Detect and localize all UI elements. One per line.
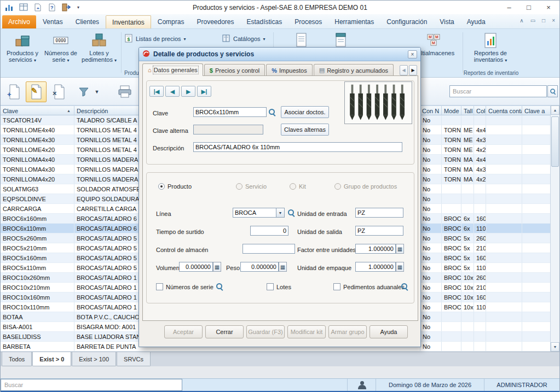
asociar-doctos-button[interactable]: Asociar doctos. — [281, 106, 329, 118]
ribbon-tab-proveedores[interactable]: Proveedores — [190, 15, 240, 28]
delete-record-button[interactable]: × — [49, 81, 70, 102]
pedimentos-search-icon[interactable] — [400, 282, 409, 291]
volumen-field[interactable]: 0.000000 — [179, 262, 213, 272]
serial-numbers-button[interactable]: 0000 Números de serie ▾ — [42, 31, 79, 72]
inventory-capture-icon[interactable] — [334, 32, 348, 49]
exit-icon[interactable] — [61, 2, 72, 12]
modificar-kit-button[interactable]: Modificar kit — [287, 325, 326, 338]
radio-grupo-de-productos[interactable]: Grupo de productos — [334, 183, 397, 190]
cerrar-button[interactable]: Cerrar — [205, 325, 244, 338]
collapse-ribbon-icon[interactable]: ∧ — [519, 17, 523, 24]
next-record-button[interactable]: ▶ — [181, 86, 195, 97]
mdi-restore-icon[interactable]: □ — [542, 17, 545, 24]
price-lists-button[interactable]: $ Listas de precios ▾ — [124, 33, 186, 44]
filter-tab[interactable]: Exist > 0 — [32, 352, 71, 366]
numeros-serie-checkbox[interactable] — [156, 283, 163, 290]
clave-search-icon[interactable] — [268, 108, 277, 117]
dialog-title-bar[interactable]: Detalle de productos y servicios × — [139, 48, 420, 61]
factor-calculator-icon[interactable]: ▦ — [396, 244, 404, 254]
column-header-talla[interactable]: Tall — [461, 106, 474, 115]
scroll-down-icon[interactable]: ▼ — [551, 342, 559, 352]
numeros-serie-search-icon[interactable] — [215, 282, 224, 291]
tab-datos-generales[interactable]: ⌂Datos generales — [142, 63, 203, 76]
ribbon-tab-ayuda[interactable]: Ayuda — [461, 15, 492, 28]
guardar-f3-button[interactable]: Guardar (F3) — [246, 325, 285, 338]
pedimentos-checkbox[interactable] — [333, 283, 340, 290]
filter-tab[interactable]: Exist > 100 — [72, 352, 116, 366]
tab-scroll-left-button[interactable]: ◀ — [400, 65, 408, 75]
tab-precios-y-control[interactable]: $Precios y control — [204, 64, 265, 76]
mdi-close-icon[interactable]: × — [552, 17, 555, 24]
tab-registro-y-acumulados[interactable]: ▤Registro y acumulados — [314, 64, 394, 76]
aceptar-button[interactable]: Aceptar — [164, 325, 203, 338]
inventory-document-icon[interactable] — [295, 32, 308, 49]
status-search-input[interactable] — [1, 379, 182, 391]
tab-scroll-right-button[interactable]: ▶ — [409, 65, 417, 75]
peso-field[interactable]: 0.000000 — [240, 262, 279, 272]
unidad-entrada-field[interactable]: PZ — [355, 208, 403, 218]
close-button[interactable]: × — [539, 1, 558, 14]
products-services-button[interactable]: Productos y servicios ▾ — [4, 31, 41, 72]
last-record-button[interactable]: ▶| — [197, 86, 211, 97]
volumen-calculator-icon[interactable]: ▦ — [213, 262, 221, 272]
ribbon-tab-inventarios[interactable]: Inventarios — [106, 15, 151, 28]
search-button[interactable] — [547, 85, 558, 97]
clave-field[interactable]: BROC6x110mm — [193, 107, 267, 117]
tab-impuestos[interactable]: %Impuestos — [266, 64, 313, 76]
ribbon-tab-compras[interactable]: Compras — [152, 15, 190, 28]
unidad-empaque-field[interactable]: 1.000000 — [355, 262, 396, 272]
help-icon[interactable]: ? — [47, 2, 57, 12]
column-header-clave-alterna[interactable]: Clave a — [522, 106, 551, 115]
clave-alterna-field[interactable] — [193, 125, 263, 134]
ribbon-tab-configuracion[interactable]: Configuración — [380, 15, 433, 28]
linea-search-icon[interactable] — [287, 208, 296, 218]
ribbon-tab-procesos[interactable]: Procesos — [288, 15, 328, 28]
print-button[interactable] — [114, 81, 135, 102]
quick-access-dropdown-icon[interactable]: ▾ — [75, 5, 79, 10]
radio-kit[interactable]: Kit — [290, 183, 306, 190]
factor-unidades-field[interactable]: 1.000000 — [355, 244, 396, 254]
minimize-button[interactable]: – — [499, 1, 519, 14]
radio-servicio[interactable]: Servicio — [236, 183, 267, 190]
new-document-icon[interactable]: + — [32, 2, 43, 12]
mdi-minimize-icon[interactable]: ▭ — [530, 17, 535, 24]
descripcion-field[interactable]: BROCAS/TALADRO 6x 110mm — [193, 142, 402, 152]
column-header-color[interactable]: Colo — [474, 106, 486, 115]
control-almacen-field[interactable] — [243, 244, 295, 254]
claves-alternas-button[interactable]: Claves alternas — [281, 124, 329, 136]
tiempo-surtido-field[interactable]: 0 — [250, 226, 288, 236]
linea-field[interactable]: BROCA — [233, 208, 276, 218]
filter-button[interactable] — [76, 81, 91, 102]
new-record-button[interactable]: + — [4, 81, 25, 102]
column-header-cuenta-contable[interactable]: Cuenta conta — [486, 106, 522, 115]
maximize-button[interactable]: □ — [519, 1, 539, 14]
scrollbar-thumb[interactable] — [551, 116, 559, 167]
edit-record-button[interactable]: ✎ — [26, 81, 47, 102]
scroll-up-icon[interactable]: ▲ — [551, 106, 559, 115]
inventory-reports-button[interactable]: Reportes de inventarios ▾ — [467, 31, 514, 72]
ribbon-tab-herramientas[interactable]: Herramientas — [328, 15, 380, 28]
ribbon-tab-archivo[interactable]: Archivo — [2, 15, 36, 28]
ribbon-tab-clientes[interactable]: Clientes — [70, 15, 105, 28]
column-header-modelo[interactable]: Mode — [442, 106, 461, 115]
filter-tab[interactable]: SRVCs — [117, 352, 151, 366]
dialog-close-icon[interactable]: × — [408, 50, 417, 58]
lots-button[interactable]: Lotes y pedimentos ▾ — [80, 31, 118, 72]
filter-tab[interactable]: Todos — [2, 352, 32, 366]
column-header-con-numeros[interactable]: Con N — [420, 106, 442, 115]
linea-dropdown-icon[interactable]: ▼ — [276, 208, 285, 218]
lotes-checkbox[interactable] — [267, 283, 274, 290]
ribbon-tab-ventas[interactable]: Ventas — [37, 15, 69, 28]
previous-record-button[interactable]: ◀ — [165, 86, 180, 97]
search-input[interactable] — [449, 85, 547, 97]
armar-grupo-button[interactable]: Armar grupo — [328, 325, 367, 338]
table-icon[interactable] — [18, 2, 29, 12]
first-record-button[interactable]: |◀ — [149, 86, 164, 97]
catalogs-button[interactable]: Catálogos ▾ — [222, 33, 265, 44]
filter-dropdown-icon[interactable]: ▼ — [93, 81, 101, 102]
ribbon-tab-vista[interactable]: Vista — [434, 15, 460, 28]
ribbon-tab-estadisticas[interactable]: Estadísticas — [241, 15, 288, 28]
empaque-calculator-icon[interactable]: ▦ — [396, 262, 404, 272]
ayuda-button[interactable]: Ayuda — [370, 325, 408, 338]
vertical-scrollbar[interactable]: ▲ ▼ — [550, 106, 559, 352]
